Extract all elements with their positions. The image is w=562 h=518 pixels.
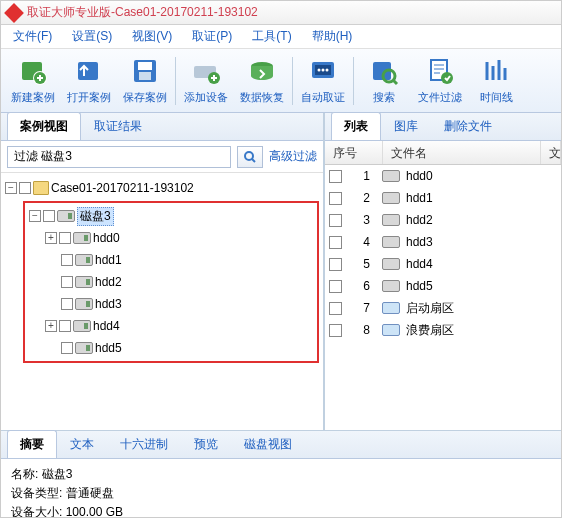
tab-hex[interactable]: 十六进制 (107, 430, 181, 458)
row-filename: hdd2 (406, 213, 433, 227)
tree-item-label: hdd5 (95, 341, 122, 355)
checkbox[interactable] (43, 210, 55, 222)
tab-deleted[interactable]: 删除文件 (431, 112, 505, 140)
disk-icon (382, 170, 400, 182)
tree-item[interactable]: +hdd0 (27, 227, 315, 249)
system-icon (382, 324, 400, 336)
open-case-button[interactable]: 打开案例 (61, 52, 117, 110)
row-filename: hdd1 (406, 191, 433, 205)
right-tabs: 列表 图库 删除文件 (325, 113, 561, 141)
checkbox[interactable] (19, 182, 31, 194)
folder-icon (33, 181, 49, 195)
tree-item-label: hdd4 (93, 319, 120, 333)
col-index[interactable]: 序号 (325, 141, 383, 164)
expand-icon[interactable]: + (45, 232, 57, 244)
checkbox[interactable] (329, 280, 342, 293)
tab-summary[interactable]: 摘要 (7, 430, 57, 458)
toolbar-sep (175, 57, 176, 105)
list-row[interactable]: 3hdd2 (325, 209, 561, 231)
file-filter-button[interactable]: 文件过滤 (412, 52, 468, 110)
list-row[interactable]: 2hdd1 (325, 187, 561, 209)
save-case-button[interactable]: 保存案例 (117, 52, 173, 110)
tree-item[interactable]: hdd1 (27, 249, 315, 271)
detail-line: 设备类型: 普通硬盘 (11, 484, 551, 503)
data-recovery-button[interactable]: 数据恢复 (234, 52, 290, 110)
col-filename[interactable]: 文件名 (383, 141, 541, 164)
checkbox[interactable] (329, 170, 342, 183)
toolbar-sep (292, 57, 293, 105)
tree-item[interactable]: hdd3 (27, 293, 315, 315)
new-case-button[interactable]: 新建案例 (5, 52, 61, 110)
filter-search-button[interactable] (237, 146, 263, 168)
menu-forensics[interactable]: 取证(P) (184, 26, 240, 47)
list-row[interactable]: 7启动扇区 (325, 297, 561, 319)
svg-point-19 (245, 152, 253, 160)
checkbox[interactable] (61, 298, 73, 310)
disk-icon (75, 254, 93, 266)
tab-text[interactable]: 文本 (57, 430, 107, 458)
disk-icon (73, 320, 91, 332)
tree-item[interactable]: hdd2 (27, 271, 315, 293)
menu-settings[interactable]: 设置(S) (64, 26, 120, 47)
checkbox[interactable] (329, 214, 342, 227)
tree-item[interactable]: +hdd4 (27, 315, 315, 337)
row-filename: 启动扇区 (406, 300, 454, 317)
row-index: 8 (348, 323, 376, 337)
checkbox[interactable] (59, 232, 71, 244)
menu-help[interactable]: 帮助(H) (304, 26, 361, 47)
tree[interactable]: − Case01-20170211-193102 − 磁盘3 +hdd0hdd1… (1, 173, 323, 430)
titlebar: 取证大师专业版-Case01-20170211-193102 (1, 1, 561, 25)
tree-root-label: Case01-20170211-193102 (51, 181, 194, 195)
list-row[interactable]: 4hdd3 (325, 231, 561, 253)
list-row[interactable]: 8浪费扇区 (325, 319, 561, 341)
list-body[interactable]: 1hdd02hdd13hdd24hdd35hdd46hdd57启动扇区8浪费扇区 (325, 165, 561, 430)
tree-root[interactable]: − Case01-20170211-193102 (5, 177, 319, 199)
advanced-filter-link[interactable]: 高级过滤 (269, 148, 317, 165)
tab-preview[interactable]: 预览 (181, 430, 231, 458)
menu-file[interactable]: 文件(F) (5, 26, 60, 47)
tree-item[interactable]: hdd5 (27, 337, 315, 359)
list-row[interactable]: 1hdd0 (325, 165, 561, 187)
tab-gallery[interactable]: 图库 (381, 112, 431, 140)
list-row[interactable]: 5hdd4 (325, 253, 561, 275)
right-pane: 列表 图库 删除文件 序号 文件名 文 1hdd02hdd13hdd24hdd3… (325, 113, 561, 430)
checkbox[interactable] (59, 320, 71, 332)
svg-rect-6 (139, 72, 151, 80)
checkbox[interactable] (61, 254, 73, 266)
svg-rect-5 (138, 62, 152, 70)
row-filename: hdd4 (406, 257, 433, 271)
tab-list[interactable]: 列表 (331, 112, 381, 140)
detail-line: 设备大小: 100.00 GB (11, 503, 551, 518)
tab-results[interactable]: 取证结果 (81, 112, 155, 140)
menu-view[interactable]: 视图(V) (124, 26, 180, 47)
checkbox[interactable] (329, 236, 342, 249)
tab-disk-view[interactable]: 磁盘视图 (231, 430, 305, 458)
list-header: 序号 文件名 文 (325, 141, 561, 165)
auto-forensics-button[interactable]: 自动取证 (295, 52, 351, 110)
tree-item-label: hdd3 (95, 297, 122, 311)
collapse-icon[interactable]: − (5, 182, 17, 194)
tab-case-view[interactable]: 案例视图 (7, 112, 81, 140)
expand-icon[interactable]: + (45, 320, 57, 332)
menu-tools[interactable]: 工具(T) (244, 26, 299, 47)
checkbox[interactable] (329, 192, 342, 205)
row-index: 4 (348, 235, 376, 249)
bottom-tabs: 摘要 文本 十六进制 预览 磁盘视图 (1, 431, 561, 459)
checkbox[interactable] (329, 302, 342, 315)
row-index: 6 (348, 279, 376, 293)
checkbox[interactable] (61, 342, 73, 354)
tree-selected[interactable]: − 磁盘3 (27, 205, 315, 227)
collapse-icon[interactable]: − (29, 210, 41, 222)
col-extra[interactable]: 文 (541, 141, 561, 164)
disk-icon (382, 214, 400, 226)
checkbox[interactable] (329, 324, 342, 337)
toolbar: 新建案例 打开案例 保存案例 添加设备 数据恢复 自动取证 搜索 文件过滤 时间… (1, 49, 561, 113)
add-device-button[interactable]: 添加设备 (178, 52, 234, 110)
disk-icon (382, 236, 400, 248)
filter-input[interactable] (7, 146, 231, 168)
list-row[interactable]: 6hdd5 (325, 275, 561, 297)
search-button[interactable]: 搜索 (356, 52, 412, 110)
checkbox[interactable] (329, 258, 342, 271)
timeline-button[interactable]: 时间线 (468, 52, 524, 110)
checkbox[interactable] (61, 276, 73, 288)
